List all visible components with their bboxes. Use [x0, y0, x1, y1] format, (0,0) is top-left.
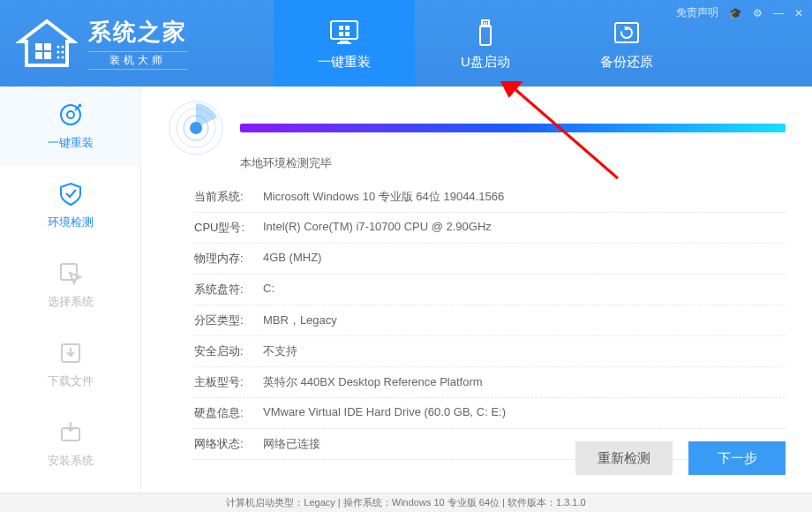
main-panel: 本地环境检测完毕 当前系统:Microsoft Windows 10 专业版 6…: [141, 87, 812, 493]
row-cpu: CPU型号:Intel(R) Core(TM) i7-10700 CPU @ 2…: [194, 213, 786, 244]
download-icon: [57, 340, 84, 366]
svg-rect-2: [35, 52, 42, 59]
svg-rect-14: [345, 26, 350, 30]
logo-icon: [16, 17, 78, 70]
graduate-icon[interactable]: 🎓: [729, 7, 742, 19]
row-motherboard: 主板型号:英特尔 440BX Desktop Reference Platfor…: [194, 367, 786, 398]
sidebar-item-select-os[interactable]: 选择系统: [0, 245, 140, 325]
monitor-icon: [328, 17, 360, 49]
shield-check-icon: [57, 181, 84, 207]
next-button[interactable]: 下一步: [688, 441, 786, 475]
statusbar: 计算机启动类型：Legacy | 操作系统：Windows 10 专业版 64位…: [0, 493, 812, 512]
svg-rect-0: [35, 43, 42, 50]
install-icon: [57, 419, 84, 446]
progress-row: [168, 97, 786, 159]
header: 系统之家 装机大师 一键重装 U盘启动 备份还原 免责声明 🎓 ⚙ — ✕: [0, 0, 812, 87]
svg-rect-16: [345, 32, 350, 36]
settings-icon[interactable]: ⚙: [753, 7, 763, 19]
minimize-icon[interactable]: —: [773, 7, 784, 19]
svg-rect-13: [339, 26, 343, 30]
tab-usb-boot[interactable]: U盘启动: [415, 0, 556, 87]
radar-icon: [168, 100, 224, 156]
sidebar-item-install[interactable]: 安装系统: [0, 404, 140, 484]
tab-reinstall[interactable]: 一键重装: [274, 0, 415, 87]
svg-rect-12: [337, 42, 351, 44]
backup-icon: [611, 17, 643, 49]
svg-point-9: [62, 56, 64, 59]
info-table: 当前系统:Microsoft Windows 10 专业版 64位 19044.…: [194, 182, 786, 460]
usb-icon: [470, 17, 501, 49]
progress-bar: [240, 124, 786, 132]
select-icon: [57, 260, 84, 287]
sidebar-item-env-check[interactable]: 环境检测: [0, 166, 140, 245]
svg-point-5: [62, 46, 64, 49]
progress-status: 本地环境检测完毕: [240, 155, 786, 171]
row-drive: 系统盘符:C:: [194, 275, 786, 305]
row-current-os: 当前系统:Microsoft Windows 10 专业版 64位 19044.…: [194, 182, 786, 213]
row-memory: 物理内存:4GB (MHZ): [194, 244, 786, 275]
svg-rect-17: [480, 26, 491, 45]
sidebar: 一键重装 环境检测 选择系统 下载文件 安装系统: [0, 87, 141, 493]
row-partition: 分区类型:MBR，Legacy: [194, 305, 786, 336]
body: 一键重装 环境检测 选择系统 下载文件 安装系统: [0, 87, 812, 493]
disclaimer-link[interactable]: 免责声明: [676, 5, 718, 20]
svg-rect-1: [44, 43, 51, 50]
app-subtitle: 装机大师: [88, 51, 187, 70]
svg-rect-21: [615, 23, 638, 42]
logo-area: 系统之家 装机大师: [0, 0, 274, 87]
svg-rect-10: [331, 21, 357, 39]
svg-point-7: [62, 51, 64, 54]
svg-rect-19: [484, 22, 485, 25]
svg-rect-15: [339, 32, 343, 36]
svg-point-8: [57, 56, 60, 59]
sidebar-item-reinstall[interactable]: 一键重装: [0, 87, 140, 166]
actions: 重新检测 下一步: [575, 441, 786, 475]
target-icon: [57, 102, 84, 128]
svg-rect-11: [340, 41, 349, 42]
row-disk: 硬盘信息:VMware Virtual IDE Hard Drive (60.0…: [194, 398, 786, 429]
svg-rect-3: [44, 52, 51, 59]
svg-rect-20: [486, 22, 488, 25]
svg-point-24: [67, 111, 74, 118]
close-icon[interactable]: ✕: [794, 7, 803, 19]
app-title: 系统之家: [88, 17, 187, 48]
title-controls: 免责声明 🎓 ⚙ — ✕: [676, 5, 803, 20]
row-secureboot: 安全启动:不支持: [194, 336, 786, 367]
svg-point-6: [57, 51, 60, 54]
sidebar-item-download[interactable]: 下载文件: [0, 325, 140, 404]
retest-button[interactable]: 重新检测: [575, 441, 673, 475]
svg-point-4: [57, 46, 60, 49]
